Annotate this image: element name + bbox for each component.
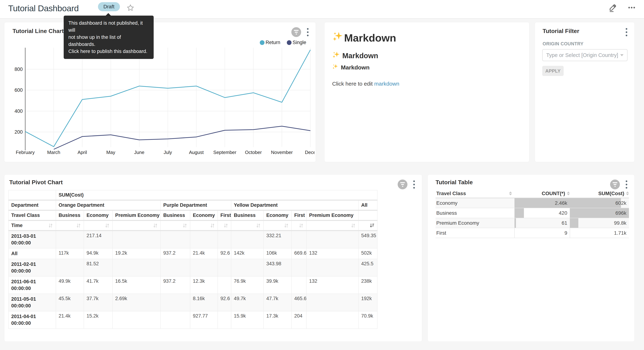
edit-markdown-link[interactable]: markdown (374, 81, 399, 87)
pivot-class-header: Business (56, 210, 84, 220)
pivot-data-row: 2011-05-0100:00:0045.5k37.7k2.69k8.16k92… (8, 294, 377, 311)
pivot-class-header: Economy (264, 210, 292, 220)
pivot-class-header: Premium Economy (306, 210, 358, 220)
pivot-value-cell (56, 259, 84, 276)
x-tick-label: November (271, 150, 293, 155)
chart-menu-kebab-icon[interactable] (412, 179, 416, 190)
sort-toggle-icon (509, 192, 512, 195)
pivot-data-row: 2011-04-0100:00:0021.4k15.2k927.7715.9k1… (8, 311, 377, 328)
tooltip-line: Click here to publish this dashboard. (68, 48, 149, 55)
count-cell: 9 (514, 228, 570, 238)
tooltip-line: not show up in the list of dashboards. (68, 34, 149, 48)
pivot-value-cell (218, 259, 231, 276)
pivot-group-header: Yellow Department (231, 200, 358, 210)
pivot-value-cell: 937.2 (160, 276, 190, 294)
sort-toggle-icon (182, 223, 188, 228)
table-card-title: Tutorial Table (436, 179, 473, 186)
pivot-value-cell (292, 231, 306, 248)
pivot-class-header: First (218, 210, 231, 220)
legend-item-return[interactable]: Return (260, 40, 280, 45)
pivot-value-cell: 937.2 (160, 248, 190, 259)
pivot-value-cell: 76.9k (231, 276, 264, 294)
favorite-star-icon[interactable] (126, 4, 134, 12)
pivot-value-cell (160, 259, 190, 276)
pivot-value-cell: 12.3k (190, 276, 218, 294)
chart-menu-kebab-icon[interactable] (306, 27, 310, 37)
header-actions (608, 2, 637, 13)
pivot-value-cell: 502k (358, 248, 377, 259)
pivot-value-cell (160, 294, 190, 311)
y-tick-label: 200 (14, 129, 23, 135)
sort-toggle-icon (351, 223, 356, 228)
pivot-corner-cell (8, 190, 56, 200)
pivot-value-cell: 132 (306, 276, 358, 294)
filter-card-actions (624, 27, 628, 37)
column-header-sum-cost[interactable]: SUM(Cost) (570, 189, 629, 198)
filter-indicator-icon[interactable] (291, 27, 301, 37)
legend-item-single[interactable]: Single (287, 40, 306, 45)
markdown-h1: Markdown (332, 31, 396, 44)
x-tick-label: June (134, 150, 144, 155)
x-tick-label: October (245, 150, 262, 155)
table-row: Business 420 696k (436, 208, 629, 218)
pivot-class-header: Business (231, 210, 264, 220)
select-placeholder: Type or Select [Origin Country] (546, 52, 620, 58)
page-title: Tutorial Dashboard (8, 3, 79, 13)
pivot-value-cell: 142k (231, 248, 264, 259)
pivot-value-cell: 16.5k (112, 276, 160, 294)
pivot-value-cell: 343.98 (264, 259, 292, 276)
pivot-group-header: Purple Department (160, 200, 231, 210)
pivot-value-cell: 117k (56, 248, 84, 259)
pivot-data-row: 2011-03-0100:00:00217.14332.21549.35 (8, 231, 377, 248)
edit-dashboard-icon[interactable] (608, 2, 618, 13)
pivot-value-cell: 204 (292, 311, 306, 328)
origin-country-select[interactable]: Type or Select [Origin Country] (542, 49, 628, 61)
column-header-count[interactable]: COUNT(*) (514, 189, 570, 198)
pivot-value-cell (306, 294, 358, 311)
row-label: Economy (436, 198, 514, 208)
filter-indicator-icon[interactable] (610, 180, 620, 189)
chart-menu-kebab-icon[interactable] (624, 179, 628, 190)
pivot-value-cell: 70.9k (358, 311, 377, 328)
filter-card: Tutorial Filter ORIGIN COUNTRY Type or S… (535, 22, 634, 162)
filter-menu-kebab-icon[interactable] (624, 27, 628, 37)
markdown-card: Markdown Markdown Markdown Click here to… (324, 22, 529, 162)
apply-button[interactable]: APPLY (542, 66, 564, 76)
more-options-icon[interactable] (626, 2, 637, 13)
pivot-class-header: Premium Economy (112, 210, 160, 220)
pivot-value-cell: 94.9k (84, 248, 112, 259)
filter-indicator-icon[interactable] (398, 180, 408, 189)
pivot-metric-header: SUM(Cost) (56, 190, 377, 200)
sum-cell: 602k (570, 198, 629, 208)
pivot-value-cell (306, 231, 358, 248)
pivot-value-cell: 2.69k (112, 294, 160, 311)
pivot-class-header: First (292, 210, 306, 220)
pivot-group-row: DepartmentOrange DepartmentPurple Depart… (8, 200, 377, 210)
pivot-value-cell: 15.2k (84, 311, 112, 328)
pivot-value-cell (292, 276, 306, 294)
pivot-row-label: 2011-06-0100:00:00 (8, 276, 56, 294)
y-tick-label: 600 (14, 88, 23, 93)
pivot-row-label: 2011-02-0100:00:00 (8, 259, 56, 276)
y-tick-label: 800 (14, 66, 23, 72)
sum-cell: 99.8k (570, 218, 629, 228)
x-tick-label: March (47, 150, 60, 155)
pivot-value-cell: 19.2k (112, 248, 160, 259)
sum-cell: 1.71k (570, 228, 629, 238)
x-tick-label: May (106, 150, 115, 155)
pivot-value-cell: 217.14 (84, 231, 112, 248)
pivot-class-header (358, 210, 377, 220)
pivot-group-header: Orange Department (56, 200, 160, 210)
pivot-card-actions (398, 179, 416, 190)
pivot-card-title: Tutorial Pivot Chart (9, 179, 63, 186)
pivot-value-cell: 21.4k (56, 311, 84, 328)
sort-toggle-icon (210, 223, 215, 228)
legend-dot (287, 40, 292, 45)
pivot-value-cell (112, 259, 160, 276)
draft-status-badge[interactable]: Draft (98, 2, 120, 11)
pivot-value-cell: 238k (358, 276, 377, 294)
pivot-class-header: Economy (84, 210, 112, 220)
table-card: Tutorial Table Travel Class COUNT(*) SUM… (428, 174, 634, 342)
column-header-travel-class[interactable]: Travel Class (436, 189, 514, 198)
x-tick-label: Dece (305, 150, 314, 155)
